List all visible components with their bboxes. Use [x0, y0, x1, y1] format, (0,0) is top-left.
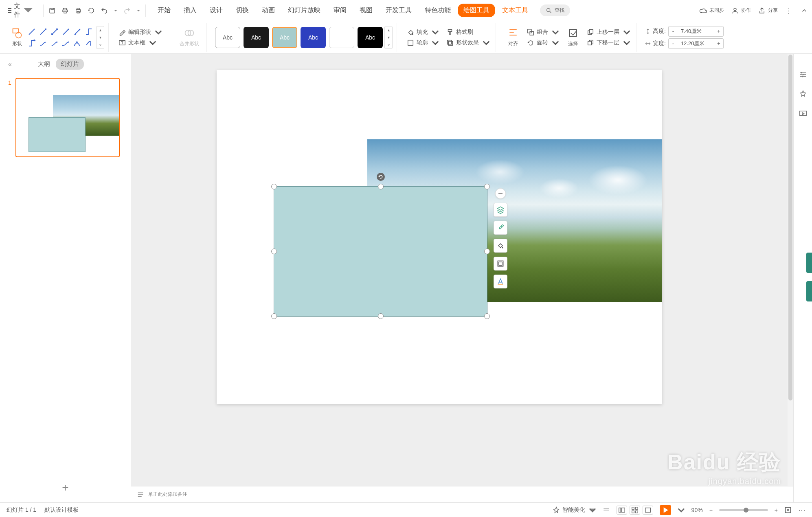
send-backward-button[interactable]: 下移一层: [585, 38, 632, 47]
tab-transition[interactable]: 切换: [230, 3, 255, 18]
width-increment[interactable]: +: [714, 39, 723, 48]
beautify-button[interactable]: 智能美化: [553, 506, 596, 514]
resize-handle-n[interactable]: [378, 184, 384, 189]
height-decrement[interactable]: -: [669, 26, 678, 36]
share-button[interactable]: 分享: [758, 7, 778, 14]
width-spinner[interactable]: - +: [668, 38, 724, 49]
rail-adjust-icon[interactable]: [799, 70, 808, 79]
scroll-up-icon[interactable]: ▴: [385, 26, 392, 34]
print-preview-icon[interactable]: [61, 7, 69, 14]
float-layers-button[interactable]: [494, 203, 507, 217]
shape-style-gallery[interactable]: Abc Abc Abc Abc Abc: [215, 27, 383, 48]
scroll-down-icon[interactable]: ▾: [385, 34, 392, 41]
tab-insert[interactable]: 插入: [178, 3, 203, 18]
insert-shape-button[interactable]: 形状: [8, 26, 26, 48]
slide-canvas[interactable]: [217, 70, 662, 404]
vertical-scrollbar[interactable]: [788, 54, 793, 486]
width-input[interactable]: [678, 39, 714, 48]
more-menu-button[interactable]: ⋮: [785, 6, 793, 15]
tab-home[interactable]: 开始: [151, 3, 177, 18]
status-more-button[interactable]: ⋯: [798, 506, 805, 515]
thumbnail-list[interactable]: 1: [0, 75, 131, 473]
thumbnail-item[interactable]: 1: [8, 78, 123, 157]
style-black[interactable]: Abc: [358, 27, 383, 48]
tab-drawing-tools[interactable]: 绘图工具: [458, 4, 495, 17]
style-outline[interactable]: Abc: [215, 27, 240, 48]
tab-review[interactable]: 审阅: [327, 3, 353, 18]
edge-tab-1[interactable]: [806, 253, 812, 273]
zoom-slider[interactable]: [719, 509, 768, 511]
tab-animation[interactable]: 动画: [256, 3, 281, 18]
style-dark[interactable]: Abc: [244, 27, 269, 48]
shape-effects-button[interactable]: 形状效果: [445, 38, 492, 47]
fill-button[interactable]: 填充: [405, 28, 441, 37]
shape-gallery-scroll[interactable]: ▴ ▾ ▿: [96, 26, 104, 49]
bring-forward-button[interactable]: 上移一层: [585, 28, 632, 37]
sorter-view-button[interactable]: [630, 506, 640, 515]
file-menu-button[interactable]: 文件: [4, 0, 37, 22]
tab-developer[interactable]: 开发工具: [380, 3, 418, 18]
tab-features[interactable]: 特色功能: [419, 3, 457, 18]
resize-handle-s[interactable]: [378, 313, 384, 319]
save-icon[interactable]: [48, 7, 56, 14]
reading-view-button[interactable]: [643, 506, 653, 515]
normal-view-button[interactable]: [617, 506, 627, 515]
outline-button[interactable]: 轮廓: [405, 38, 441, 47]
float-eyedropper-button[interactable]: [494, 221, 507, 235]
width-decrement[interactable]: -: [669, 39, 678, 48]
slide-canvas-area[interactable]: Baidu 经验 jingyan.baidu.com: [131, 54, 793, 502]
tab-slideshow[interactable]: 幻灯片放映: [282, 3, 327, 18]
zoom-level[interactable]: 90%: [691, 507, 703, 513]
collaborate-button[interactable]: 协作: [731, 7, 751, 14]
collapse-ribbon-icon[interactable]: [801, 7, 808, 14]
loop-icon[interactable]: [88, 7, 95, 14]
height-input[interactable]: [678, 26, 714, 36]
redo-dropdown-icon[interactable]: [136, 9, 140, 13]
slides-tab[interactable]: 幻灯片: [56, 59, 84, 70]
print-icon[interactable]: [75, 7, 82, 14]
shape-line-gallery[interactable]: [26, 26, 94, 49]
format-painter-button[interactable]: 格式刷: [445, 28, 492, 37]
sync-status-button[interactable]: 未同步: [700, 7, 724, 14]
zoom-slider-knob[interactable]: [744, 508, 748, 513]
search-button[interactable]: 查找: [540, 4, 570, 16]
selected-rectangle-shape[interactable]: [274, 186, 487, 317]
style-gallery-scroll[interactable]: ▴ ▾ ▿: [384, 26, 393, 49]
notes-bar[interactable]: 单击此处添加备注: [131, 486, 793, 502]
undo-icon[interactable]: [101, 7, 108, 14]
rail-present-icon[interactable]: [799, 109, 808, 118]
edit-shape-button[interactable]: 编辑形状: [117, 28, 164, 37]
style-blue[interactable]: Abc: [301, 27, 326, 48]
height-spinner[interactable]: - +: [668, 26, 724, 37]
style-white[interactable]: [329, 27, 354, 48]
rotate-handle[interactable]: [377, 173, 385, 181]
resize-handle-e[interactable]: [484, 249, 490, 254]
edge-tab-2[interactable]: [806, 281, 812, 301]
group-button[interactable]: 组合: [525, 28, 561, 37]
scroll-up-icon[interactable]: ▴: [97, 26, 104, 34]
scroll-more-icon[interactable]: ▿: [385, 41, 392, 48]
rail-magic-icon[interactable]: [799, 90, 808, 99]
add-slide-button[interactable]: +: [0, 473, 131, 502]
slide-thumbnail[interactable]: [15, 78, 120, 157]
resize-handle-se[interactable]: [484, 313, 490, 319]
resize-handle-ne[interactable]: [484, 184, 490, 189]
float-fill-button[interactable]: [494, 239, 507, 253]
scroll-down-icon[interactable]: ▾: [97, 34, 104, 41]
tab-text-tools[interactable]: 文本工具: [496, 3, 534, 18]
resize-handle-nw[interactable]: [271, 184, 277, 189]
tab-design[interactable]: 设计: [204, 3, 229, 18]
resize-handle-sw[interactable]: [271, 313, 277, 319]
float-picture-button[interactable]: [494, 257, 507, 271]
zoom-in-button[interactable]: +: [775, 507, 778, 513]
outline-tab[interactable]: 大纲: [38, 60, 50, 68]
textbox-button[interactable]: 文本框: [117, 38, 164, 47]
notes-toggle-icon[interactable]: [603, 506, 610, 514]
style-teal-selected[interactable]: Abc: [272, 27, 297, 48]
collapse-thumbnails-button[interactable]: «: [8, 61, 12, 68]
fit-window-icon[interactable]: [784, 506, 792, 514]
scroll-more-icon[interactable]: ▿: [97, 41, 104, 48]
align-button[interactable]: 对齐: [504, 26, 522, 48]
select-button[interactable]: 选择: [564, 26, 582, 48]
slideshow-dropdown-icon[interactable]: [678, 506, 685, 514]
